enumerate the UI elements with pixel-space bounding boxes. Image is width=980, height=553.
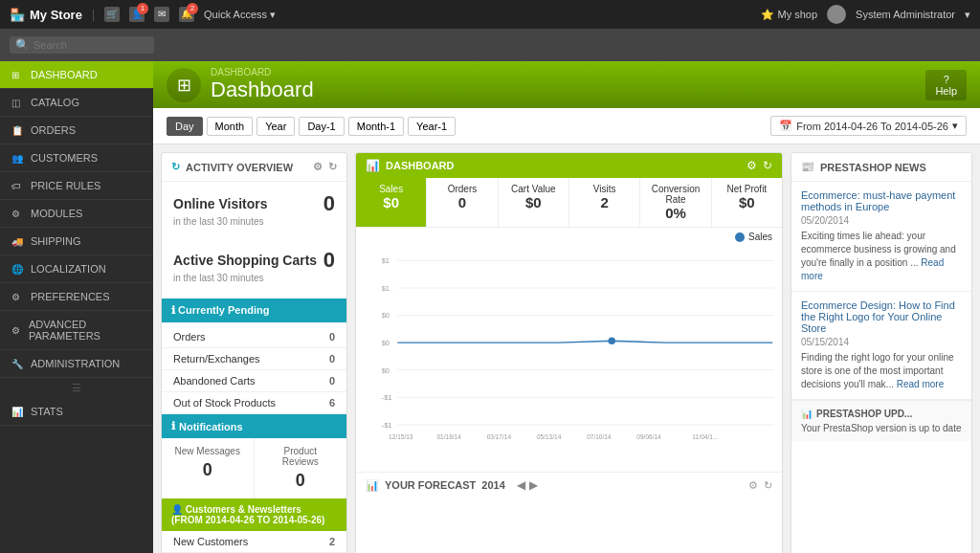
forecast-settings-icon[interactable]: ⚙ <box>748 479 758 492</box>
admin-dropdown-icon[interactable]: ▾ <box>965 9 970 21</box>
new-messages-col: New Messages 0 <box>162 438 255 498</box>
prev-year-icon[interactable]: ◀ <box>517 478 525 492</box>
search-box: 🔍 <box>10 36 154 54</box>
sidebar-item-shipping[interactable]: 🚚 SHIPPING <box>0 228 153 255</box>
news-panel: 📰 PRESTASHOP NEWS Ecommerce: must-have p… <box>791 152 972 553</box>
my-shop-link[interactable]: ⭐ My shop <box>761 9 817 21</box>
content-grid: ↻ ACTIVITY OVERVIEW ⚙ ↻ Online Visitors … <box>153 144 980 553</box>
active-carts-block: Active Shopping Carts 0 in the last 30 m… <box>162 238 346 295</box>
news-title-0[interactable]: Ecommerce: must-have payment methods in … <box>801 189 962 212</box>
chart-settings-icon[interactable]: ⚙ <box>746 159 757 172</box>
chart-area: $1 $1 $0 $0 $0 -$1 -$1 <box>356 242 782 472</box>
svg-text:$1: $1 <box>382 284 390 293</box>
sidebar-item-preferences[interactable]: ⚙ PREFERENCES <box>0 283 153 311</box>
layout: ⊞ DASHBOARD ◫ CATALOG 📋 ORDERS 👥 CUSTOME… <box>0 61 980 553</box>
store-logo: 🏪 My Store <box>10 8 82 22</box>
pending-returns: Return/Exchanges 0 <box>162 348 346 370</box>
update-header: 📊 PRESTASHOP UPD... <box>801 409 962 419</box>
activity-panel: ↻ ACTIVITY OVERVIEW ⚙ ↻ Online Visitors … <box>161 152 347 553</box>
person-icon[interactable]: 👤1 <box>129 7 145 22</box>
modules-icon: ⚙ <box>11 209 25 219</box>
news-icon: 📰 <box>801 161 814 173</box>
sidebar-item-dashboard[interactable]: ⊞ DASHBOARD <box>0 61 153 89</box>
sidebar-item-catalog[interactable]: ◫ CATALOG <box>0 89 153 117</box>
pending-stock: Out of Stock Products 6 <box>162 392 346 414</box>
orders-icon: 📋 <box>11 125 25 136</box>
shipping-icon: 🚚 <box>11 236 25 247</box>
news-title-1[interactable]: Ecommerce Design: How to Find the Right … <box>801 299 962 334</box>
sidebar-item-localization[interactable]: 🌐 LOCALIZATION <box>0 255 153 283</box>
svg-text:01/18/14: 01/18/14 <box>436 433 461 440</box>
date-btn-year[interactable]: Year <box>256 117 295 136</box>
calendar-icon: 📅 <box>779 120 792 132</box>
news-item-0: Ecommerce: must-have payment methods in … <box>791 182 971 292</box>
sidebar-item-administration[interactable]: 🔧 ADMINISTRATION <box>0 350 153 378</box>
activity-panel-actions: ⚙ ↻ <box>313 161 337 173</box>
date-btn-day[interactable]: Day <box>167 117 203 136</box>
help-button[interactable]: ? Help <box>925 70 967 100</box>
pending-section: ℹ Currently Pending <box>162 299 346 322</box>
chart-dot <box>609 337 615 344</box>
sidebar-item-orders[interactable]: 📋 ORDERS <box>0 117 153 144</box>
chart-svg: $1 $1 $0 $0 $0 -$1 -$1 <box>364 250 774 441</box>
help-icon: ? <box>944 74 949 85</box>
update-text: Your PrestaShop version is up to date <box>801 423 962 433</box>
customers-icon: 👥 <box>11 153 25 164</box>
forecast-label: YOUR FORECAST <box>385 479 476 491</box>
news-text-1: Finding the right logo for your online s… <box>801 351 962 391</box>
search-input[interactable] <box>33 39 148 51</box>
notif-info-icon: ℹ <box>171 420 175 432</box>
date-btn-year1[interactable]: Year-1 <box>408 117 456 136</box>
notifications-section: ℹ Notifications <box>162 414 346 438</box>
refresh-icon[interactable]: ↻ <box>328 161 337 173</box>
next-year-icon[interactable]: ▶ <box>529 478 538 492</box>
date-btn-month[interactable]: Month <box>207 117 254 136</box>
svg-text:$1: $1 <box>382 256 390 265</box>
chart-icon: 📊 <box>366 159 380 172</box>
forecast-refresh-icon[interactable]: ↻ <box>764 479 772 492</box>
top-bar: 🏪 My Store | 🛒 👤1 ✉ 🔔2 Quick Access ▾ ⭐ … <box>0 0 980 29</box>
date-btn-day1[interactable]: Day-1 <box>299 117 344 136</box>
quick-access[interactable]: Quick Access ▾ <box>204 9 276 21</box>
sidebar-item-advanced-parameters[interactable]: ⚙ ADVANCED PARAMETERS <box>0 311 153 350</box>
stat-visits: Visits 2 <box>569 178 640 227</box>
sidebar-item-stats[interactable]: 📊 STATS <box>0 398 153 426</box>
news-item-1: Ecommerce Design: How to Find the Right … <box>791 292 971 400</box>
search-icon: 🔍 <box>15 38 30 52</box>
stat-orders: Orders 0 <box>427 178 498 227</box>
chart-refresh-icon[interactable]: ↻ <box>763 159 772 172</box>
bell-icon[interactable]: 🔔2 <box>179 7 194 22</box>
date-range-picker[interactable]: 📅 From 2014-04-26 To 2014-05-26 ▾ <box>770 116 967 136</box>
email-icon[interactable]: ✉ <box>154 7 169 22</box>
store-name: My Store <box>30 8 82 22</box>
avatar <box>827 5 846 24</box>
date-filter-bar: Day Month Year Day-1 Month-1 Year-1 📅 Fr… <box>153 108 980 144</box>
sidebar-drag-handle[interactable]: ☰ <box>0 378 153 398</box>
localization-icon: 🌐 <box>11 264 25 275</box>
breadcrumb: DASHBOARD <box>211 67 314 77</box>
online-visitors-block: Online Visitors 0 in the last 30 minutes <box>162 182 346 238</box>
pending-carts: Abandoned Carts 0 <box>162 370 346 392</box>
price-rules-icon: 🏷 <box>11 181 25 191</box>
cart-icon[interactable]: 🛒 <box>104 7 120 22</box>
sidebar-item-price-rules[interactable]: 🏷 PRICE RULES <box>0 172 153 200</box>
svg-text:05/13/14: 05/13/14 <box>537 433 562 440</box>
administration-icon: 🔧 <box>11 359 25 369</box>
refresh-circle-icon: ↻ <box>171 161 180 173</box>
second-bar: 🔍 <box>0 29 980 61</box>
legend-sales-label: Sales <box>748 232 772 242</box>
stat-conversion: Conversion Rate 0% <box>640 178 711 227</box>
sidebar-item-modules[interactable]: ⚙ MODULES <box>0 200 153 228</box>
dashboard-icon: ⊞ <box>11 70 25 80</box>
stats-icon: 📊 <box>11 407 25 417</box>
date-btn-month1[interactable]: Month-1 <box>348 117 404 136</box>
stat-sales: Sales $0 <box>356 178 427 227</box>
year-nav: ◀ ▶ <box>517 478 538 492</box>
update-icon: 📊 <box>801 409 813 419</box>
read-more-1[interactable]: Read more <box>897 379 944 389</box>
sidebar-item-customers[interactable]: 👥 CUSTOMERS <box>0 144 153 172</box>
settings-icon[interactable]: ⚙ <box>313 161 323 173</box>
svg-text:$0: $0 <box>382 311 390 320</box>
stats-row: Sales $0 Orders 0 Cart Value $0 Visits 2 <box>356 178 782 228</box>
dashboard-header-icon: ⊞ <box>167 68 201 102</box>
